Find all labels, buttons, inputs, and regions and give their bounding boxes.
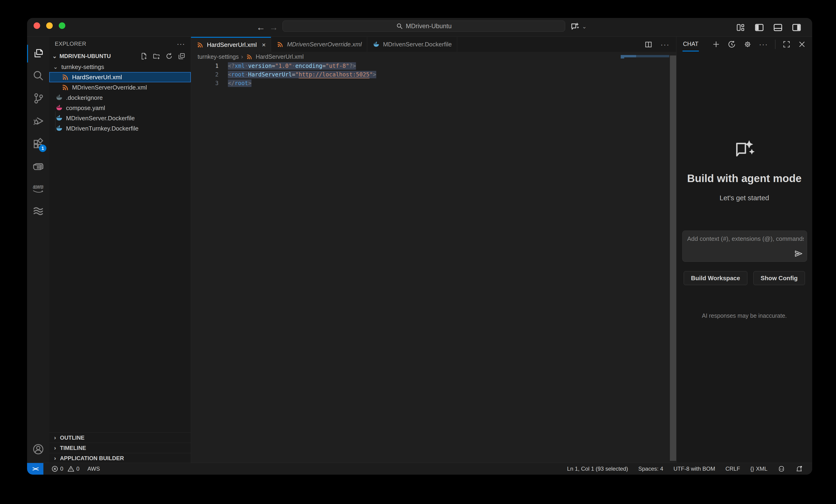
- show-config-button[interactable]: Show Config: [754, 271, 805, 285]
- language-label: XML: [756, 466, 767, 472]
- extensions-badge: 1: [39, 144, 46, 152]
- refresh-icon[interactable]: [165, 52, 173, 60]
- docker-file-icon: [55, 94, 63, 102]
- copilot-status-icon[interactable]: [778, 465, 785, 472]
- remote-indicator[interactable]: ><: [27, 463, 43, 474]
- tab-label: MDrivenServer.Dockerfile: [383, 41, 452, 48]
- close-tab-icon[interactable]: ×: [262, 41, 266, 49]
- code-editor[interactable]: 1<?xml·version="1.0"·encoding="utf-8"?> …: [191, 61, 676, 463]
- xml-file-icon: [61, 83, 69, 91]
- new-folder-icon[interactable]: [153, 52, 160, 60]
- close-window-button[interactable]: [34, 22, 40, 29]
- notifications-bell-icon[interactable]: [795, 465, 803, 472]
- run-debug-icon[interactable]: [27, 110, 49, 132]
- aws-view-icon[interactable]: aws: [27, 177, 49, 200]
- chat-history-icon[interactable]: [727, 40, 736, 49]
- navigate-forward-button[interactable]: →: [268, 20, 279, 34]
- code-link[interactable]: http://localhost:5025: [299, 71, 369, 78]
- warning-count: 0: [76, 466, 79, 472]
- dockerfile-icon: [372, 41, 380, 49]
- customize-layout-icon[interactable]: [734, 21, 747, 34]
- eol-status[interactable]: CRLF: [725, 466, 740, 472]
- chevron-right-icon: ›: [52, 445, 58, 451]
- extensions-icon[interactable]: 1: [27, 132, 49, 155]
- chat-tab[interactable]: CHAT: [683, 37, 699, 52]
- toggle-secondary-sidebar-icon[interactable]: [790, 21, 803, 34]
- chat-panel-header: CHAT ···: [677, 37, 812, 52]
- xml-file-icon: [61, 73, 69, 81]
- source-control-icon[interactable]: [27, 87, 49, 110]
- collapse-folders-icon[interactable]: [178, 52, 186, 60]
- command-center-search[interactable]: MDriven-Ubuntu: [283, 20, 565, 32]
- chevron-right-icon: ›: [52, 434, 58, 441]
- split-editor-icon[interactable]: [644, 40, 653, 49]
- docker-view-icon[interactable]: [27, 155, 49, 177]
- copilot-menu-button[interactable]: ⌄: [569, 21, 587, 32]
- search-view-icon[interactable]: [27, 65, 49, 87]
- indentation-status[interactable]: Spaces: 4: [639, 466, 663, 472]
- breadcrumb-file[interactable]: HardServerUrl.xml: [256, 53, 304, 60]
- minimap-selection-mark: [636, 55, 669, 57]
- toggle-primary-sidebar-icon[interactable]: [753, 21, 765, 34]
- new-file-icon[interactable]: [140, 52, 148, 60]
- toggle-panel-icon[interactable]: [772, 21, 784, 34]
- braces-icon: {}: [750, 466, 754, 472]
- chat-subtitle: Let's get started: [677, 194, 812, 202]
- chevron-down-icon: ⌄: [52, 53, 58, 59]
- tab-mdrivenserveroverride-xml[interactable]: MDrivenServerOverride.xml: [271, 37, 367, 52]
- chat-input-box[interactable]: [682, 231, 807, 262]
- editor-group: HardServerUrl.xml × MDrivenServerOverrid…: [191, 37, 676, 463]
- expand-chat-icon[interactable]: [782, 40, 791, 49]
- editor-more-actions-icon[interactable]: ···: [661, 41, 670, 49]
- problems-indicator[interactable]: 0 0: [51, 465, 79, 472]
- dockerfile-icon: [55, 114, 63, 122]
- language-mode[interactable]: {} XML: [750, 466, 767, 472]
- chat-settings-gear-icon[interactable]: [743, 40, 752, 49]
- aws-text: aws: [33, 183, 43, 190]
- chat-sparkle-icon: [677, 137, 812, 163]
- layers-waves-icon[interactable]: [27, 199, 49, 222]
- file-mdriventurnkey-dockerfile[interactable]: MDrivenTurnkey.Dockerfile: [49, 123, 191, 134]
- file-compose-yaml[interactable]: compose.yaml: [49, 103, 191, 113]
- chevron-down-icon: ⌄: [582, 23, 587, 30]
- navigate-back-button[interactable]: ←: [255, 20, 266, 34]
- tab-mdrivenserver-dockerfile[interactable]: MDrivenServer.Dockerfile: [367, 37, 457, 52]
- file-dockerignore[interactable]: .dockerignore: [49, 93, 191, 103]
- breadcrumb[interactable]: turnkey-settings › HardServerUrl.xml: [191, 52, 676, 61]
- aws-status-item[interactable]: AWS: [88, 466, 100, 472]
- send-icon[interactable]: [794, 249, 803, 258]
- command-center-text: MDriven-Ubuntu: [406, 23, 452, 30]
- tab-label: MDrivenServerOverride.xml: [287, 41, 362, 48]
- encoding-status[interactable]: UTF-8 with BOM: [673, 466, 715, 472]
- warnings-icon: [68, 465, 74, 472]
- outline-section[interactable]: › OUTLINE: [49, 432, 191, 443]
- minimize-window-button[interactable]: [46, 22, 53, 29]
- status-bar: >< 0 0 AWS Ln 1, Col 1 (93 selected) Spa…: [27, 463, 812, 474]
- editor-tabs: HardServerUrl.xml × MDrivenServerOverrid…: [191, 37, 676, 52]
- file-mdrivenserver-dockerfile[interactable]: MDrivenServer.Dockerfile: [49, 113, 191, 123]
- timeline-section[interactable]: › TIMELINE: [49, 443, 191, 453]
- vertical-scrollbar[interactable]: [670, 56, 676, 461]
- application-builder-section[interactable]: › APPLICATION BUILDER: [49, 453, 191, 463]
- build-workspace-button[interactable]: Build Workspace: [684, 271, 747, 285]
- xml-file-icon: [196, 41, 204, 49]
- close-chat-icon[interactable]: [798, 40, 806, 49]
- ai-disclaimer: AI responses may be inaccurate.: [677, 312, 812, 319]
- file-mdrivenserveroverride-xml[interactable]: MDrivenServerOverride.xml: [49, 82, 191, 93]
- new-chat-icon[interactable]: [712, 40, 720, 49]
- file-label: .dockerignore: [66, 94, 103, 101]
- accounts-icon[interactable]: [27, 438, 49, 460]
- chat-input[interactable]: [687, 234, 804, 244]
- minimap[interactable]: [621, 55, 669, 60]
- chat-more-actions-icon[interactable]: ···: [759, 40, 768, 48]
- explorer-icon[interactable]: [27, 42, 49, 65]
- cursor-position[interactable]: Ln 1, Col 1 (93 selected): [567, 466, 628, 472]
- breadcrumb-folder[interactable]: turnkey-settings: [197, 53, 239, 60]
- explorer-more-actions-icon[interactable]: ···: [177, 40, 185, 48]
- workspace-section-header[interactable]: ⌄ MDRIVEN-UBUNTU: [49, 51, 191, 62]
- tab-hardserverurl-xml[interactable]: HardServerUrl.xml ×: [191, 37, 271, 52]
- zoom-window-button[interactable]: [59, 22, 65, 29]
- folder-turnkey-settings[interactable]: ⌄ turnkey-settings: [49, 62, 191, 72]
- file-hardserverurl-xml[interactable]: HardServerUrl.xml: [49, 72, 191, 82]
- xml-file-icon: [276, 41, 284, 49]
